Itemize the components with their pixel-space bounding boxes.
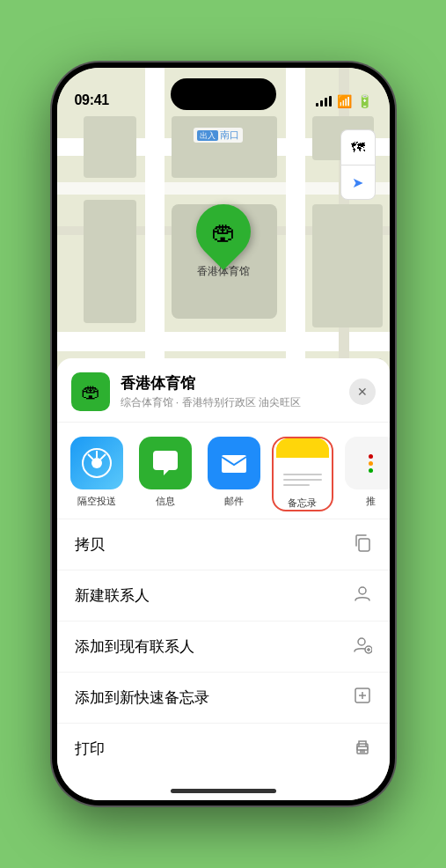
more-icon — [345, 437, 390, 489]
svg-rect-3 — [359, 539, 369, 551]
phone-screen: 09:41 📶 🔋 — [57, 68, 390, 800]
messages-icon — [139, 437, 192, 489]
share-app-more[interactable]: 推 — [340, 437, 390, 511]
svg-point-4 — [359, 587, 366, 594]
print-label: 打印 — [75, 739, 105, 759]
mail-icon — [208, 437, 260, 489]
add-notes-icon — [353, 686, 372, 710]
notes-icon — [276, 438, 329, 491]
add-existing-label: 添加到现有联系人 — [75, 636, 194, 657]
location-subtitle: 综合体育馆 · 香港特别行政区 油尖旺区 — [121, 395, 349, 410]
new-contact-icon — [353, 584, 372, 607]
map-type-button[interactable]: 🗺 — [340, 129, 376, 165]
mail-label: 邮件 — [224, 495, 244, 508]
share-app-airdrop[interactable]: 隔空投送 — [66, 437, 128, 511]
map-controls: 🗺 ➤ — [340, 129, 376, 200]
battery-icon: 🔋 — [357, 94, 372, 108]
share-apps-row: 隔空投送 信息 — [57, 423, 390, 519]
wifi-icon: 📶 — [337, 94, 352, 108]
dynamic-island — [171, 78, 276, 110]
location-venue-icon: 🏟 — [71, 372, 110, 411]
pin-emoji: 🏟 — [211, 217, 236, 246]
print-icon — [353, 737, 372, 761]
airdrop-icon — [70, 437, 123, 489]
new-contact-label: 新建联系人 — [75, 585, 150, 606]
pin-circle: 🏟 — [185, 193, 262, 270]
add-existing-icon — [353, 635, 372, 658]
status-icons: 📶 🔋 — [316, 94, 372, 108]
location-info: 香港体育馆 综合体育馆 · 香港特别行政区 油尖旺区 — [121, 373, 349, 410]
location-header: 🏟 香港体育馆 综合体育馆 · 香港特别行政区 油尖旺区 ✕ — [57, 358, 390, 423]
bottom-sheet: 🏟 香港体育馆 综合体育馆 · 香港特别行政区 油尖旺区 ✕ — [57, 358, 390, 800]
phone-frame: 09:41 📶 🔋 — [52, 63, 395, 805]
share-app-mail[interactable]: 邮件 — [203, 437, 265, 511]
svg-point-5 — [358, 638, 365, 645]
add-notes-label: 添加到新快速备忘录 — [75, 688, 209, 708]
home-indicator — [171, 789, 276, 793]
close-button[interactable]: ✕ — [349, 379, 376, 405]
signal-icon — [316, 96, 332, 107]
location-name: 香港体育馆 — [121, 373, 349, 394]
action-add-notes[interactable]: 添加到新快速备忘录 — [57, 672, 390, 723]
location-pin: 🏟 香港体育馆 — [196, 204, 251, 279]
copy-icon — [353, 533, 372, 556]
action-copy[interactable]: 拷贝 — [57, 519, 390, 570]
messages-label: 信息 — [156, 495, 175, 508]
map-label: 出入南口 — [194, 128, 243, 143]
copy-label: 拷贝 — [75, 534, 105, 555]
share-app-messages[interactable]: 信息 — [135, 437, 196, 511]
home-indicator-space — [57, 774, 390, 800]
action-add-existing[interactable]: 添加到现有联系人 — [57, 621, 390, 672]
action-new-contact[interactable]: 新建联系人 — [57, 570, 390, 621]
notes-label: 备忘录 — [288, 497, 317, 510]
action-print[interactable]: 打印 — [57, 723, 390, 774]
more-label: 推 — [366, 495, 376, 508]
airdrop-label: 隔空投送 — [77, 495, 116, 508]
location-button[interactable]: ➤ — [340, 165, 376, 200]
share-app-notes[interactable]: 备忘录 — [272, 437, 333, 511]
status-time: 09:41 — [75, 92, 109, 108]
